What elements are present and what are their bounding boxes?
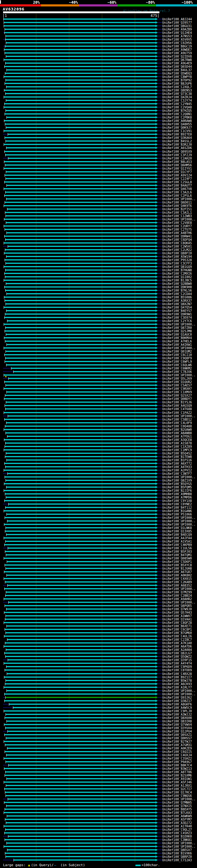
hit-bar[interactable] xyxy=(7,232,156,234)
hit-label[interactable]: UniRef100_Q1QUR2 xyxy=(162,380,192,384)
hit-bar[interactable] xyxy=(6,453,156,454)
hit-label[interactable]: UniRef100_C4RX28 xyxy=(162,672,192,676)
hit-label[interactable]: UniRef100_B4ECQ9 xyxy=(162,533,192,536)
hit-label[interactable]: UniRef100_UPI000.. xyxy=(162,520,195,523)
hit-bar[interactable] xyxy=(6,568,156,569)
hit-label[interactable]: UniRef100_C0ZH56 xyxy=(162,41,192,45)
hit-bar[interactable] xyxy=(5,381,156,382)
hit-bar[interactable] xyxy=(5,500,156,501)
hit-bar[interactable] xyxy=(6,422,156,423)
hit-label[interactable]: UniRef100_Q2BBW0 xyxy=(162,282,192,285)
hit-bar[interactable] xyxy=(5,66,156,67)
hit-label[interactable]: UniRef100_Q5L269 xyxy=(162,377,192,380)
hit-label[interactable]: UniRef100_B4TQM1 xyxy=(162,553,192,557)
hit-label[interactable]: UniRef100_A4W5C9 xyxy=(162,706,192,709)
hit-label[interactable]: UniRef100_C6DFQ4 xyxy=(162,238,192,241)
hit-bar[interactable] xyxy=(5,446,156,447)
hit-bar[interactable] xyxy=(9,704,156,705)
hit-bar[interactable] xyxy=(8,731,156,732)
hit-label[interactable]: UniRef100_Q39577 xyxy=(162,21,192,24)
hit-label[interactable]: UniRef100_C3AIL1 xyxy=(162,211,192,214)
hit-bar[interactable] xyxy=(6,649,156,650)
hit-bar[interactable] xyxy=(4,266,156,267)
hit-label[interactable]: UniRef100_C2SGL8 xyxy=(162,180,192,184)
hit-label[interactable]: UniRef100_Q7MNH5 xyxy=(162,801,192,804)
hit-bar[interactable] xyxy=(5,683,156,684)
hit-label[interactable]: UniRef100_A7GM31 xyxy=(162,743,192,747)
hit-bar[interactable] xyxy=(6,534,156,535)
hit-label[interactable]: UniRef100_B1FS16 xyxy=(162,459,192,462)
hit-bar[interactable] xyxy=(7,842,156,844)
hit-bar[interactable] xyxy=(5,642,156,644)
hit-label[interactable]: UniRef100_Q8RPZ0 xyxy=(162,855,192,859)
hit-bar[interactable] xyxy=(5,273,156,274)
hit-label[interactable]: UniRef100_B1VXK6 xyxy=(162,852,192,855)
hit-label[interactable]: UniRef100_A9VIZ4 xyxy=(162,174,192,177)
hit-bar[interactable] xyxy=(4,741,156,742)
hit-label[interactable]: UniRef100_Q0BDY7 xyxy=(162,397,192,401)
hit-label[interactable]: UniRef100_A3QCE8 xyxy=(162,438,192,441)
hit-bar[interactable] xyxy=(5,463,156,464)
hit-bar[interactable] xyxy=(5,581,156,583)
hit-bar[interactable] xyxy=(5,829,156,830)
hit-label[interactable]: UniRef100_B4AUT7 xyxy=(162,184,192,187)
hit-label[interactable]: UniRef100_Q5QWZ2 xyxy=(162,655,192,658)
hit-bar[interactable] xyxy=(4,130,156,131)
hit-bar[interactable] xyxy=(4,374,156,376)
hit-bar[interactable] xyxy=(6,761,156,763)
hit-label[interactable]: UniRef100_Q3KA64 xyxy=(162,136,192,140)
hit-label[interactable]: UniRef100_C9Q8F9 xyxy=(162,356,192,360)
hit-label[interactable]: UniRef100_Q7VWV4 xyxy=(162,723,192,726)
hit-bar[interactable] xyxy=(5,249,156,250)
hit-bar[interactable] xyxy=(6,141,156,142)
hit-label[interactable]: UniRef100_Q8Z1V9 xyxy=(162,479,192,482)
hit-label[interactable]: UniRef100_Q4ZRJ4 xyxy=(162,95,192,99)
hit-bar[interactable] xyxy=(5,239,156,240)
hit-label[interactable]: UniRef100_C1MFC9 xyxy=(162,448,192,452)
hit-label[interactable]: UniRef100_B5QYG5 xyxy=(162,482,192,486)
hit-label[interactable]: UniRef100_A6WKW9 xyxy=(162,814,192,818)
hit-label[interactable]: UniRef100_B5FQM5 xyxy=(162,486,192,489)
hit-bar[interactable] xyxy=(5,551,156,552)
hit-label[interactable]: UniRef100_C8TDD9 xyxy=(162,669,192,672)
hit-bar[interactable] xyxy=(5,202,156,203)
hit-bar[interactable] xyxy=(6,666,156,667)
hit-label[interactable]: UniRef100_B2UAW0 xyxy=(162,428,192,431)
hit-label[interactable]: UniRef100_C1UL56 xyxy=(162,547,192,550)
hit-label[interactable]: UniRef100_A3D272 xyxy=(162,821,192,825)
hit-bar[interactable] xyxy=(6,615,156,616)
hit-bar[interactable] xyxy=(5,426,156,427)
hit-label[interactable]: UniRef100_C6C8P1 xyxy=(162,628,192,631)
hit-label[interactable]: UniRef100_C6NKM2 xyxy=(162,367,192,370)
hit-bar[interactable] xyxy=(9,503,156,505)
hit-label[interactable]: UniRef100_A9G4E9 xyxy=(162,62,192,65)
hit-bar[interactable] xyxy=(4,161,156,162)
hit-label[interactable]: UniRef100_B5XYC8 xyxy=(162,563,192,567)
hit-bar[interactable] xyxy=(5,103,156,104)
hit-label[interactable]: UniRef100_B8GC19 xyxy=(162,45,192,48)
hit-label[interactable]: UniRef100_Q9RW41 xyxy=(162,235,192,238)
hit-bar[interactable] xyxy=(5,93,156,94)
hit-bar[interactable] xyxy=(4,388,156,389)
hit-bar[interactable] xyxy=(5,839,156,840)
hit-label[interactable]: UniRef100_Q48H55 xyxy=(162,123,192,126)
hit-label[interactable]: UniRef100_A2A084 xyxy=(162,648,192,652)
hit-label[interactable]: UniRef100_A5W194 xyxy=(162,255,192,258)
hit-bar[interactable] xyxy=(5,476,156,477)
hit-bar[interactable] xyxy=(5,39,156,40)
hit-label[interactable]: UniRef100_C3NTF7 xyxy=(162,472,192,475)
hit-bar[interactable] xyxy=(7,690,156,691)
hit-label[interactable]: UniRef100_B2JIF6 xyxy=(162,489,192,492)
hit-label[interactable]: UniRef100_C8QKA5 xyxy=(162,241,192,245)
hit-label[interactable]: UniRef100_Q467V8 xyxy=(162,187,192,191)
hit-label[interactable]: UniRef100_A4JFA4 xyxy=(162,536,192,540)
hit-bar[interactable] xyxy=(7,320,156,321)
hit-bar[interactable] xyxy=(6,351,156,352)
hit-label[interactable]: UniRef100_Q0K9J7 xyxy=(162,126,192,129)
hit-label[interactable]: UniRef100_C2Z4F7 xyxy=(162,177,192,180)
hit-bar[interactable] xyxy=(4,252,156,254)
hit-bar[interactable] xyxy=(4,429,156,430)
hit-bar[interactable] xyxy=(8,659,156,660)
hit-bar[interactable] xyxy=(5,63,156,64)
hit-label[interactable]: UniRef100_Q9R9W1 xyxy=(162,313,192,316)
